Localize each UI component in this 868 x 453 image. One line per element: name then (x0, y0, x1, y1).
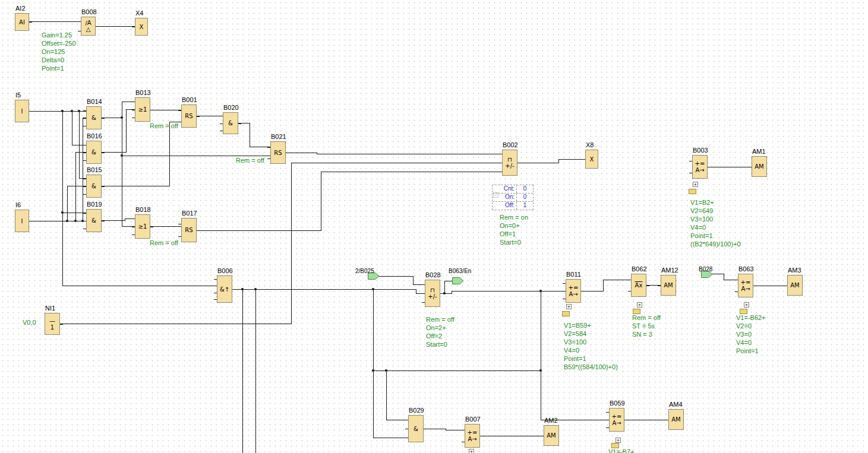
counter-row-value: 0 (516, 194, 533, 201)
plus-icon[interactable]: + (744, 302, 749, 308)
input-pin (422, 302, 425, 303)
analog-marker-AM2[interactable]: AM (544, 425, 559, 446)
junction-dot (241, 288, 244, 290)
wire[interactable] (102, 109, 135, 152)
junction-dot (254, 288, 257, 290)
block-label-B003: B003 (693, 147, 708, 154)
block-symbol: Ax (635, 282, 643, 289)
analog-filter-B062[interactable]: Ax (631, 274, 646, 297)
input-pin (606, 427, 609, 428)
wire[interactable] (102, 122, 181, 186)
wire[interactable] (83, 118, 86, 221)
param-line: V0,0 (23, 318, 36, 327)
wire[interactable] (286, 153, 502, 154)
open-connector-X8[interactable]: X (585, 150, 598, 169)
counter-row-label: On: (493, 194, 516, 201)
input-pin (214, 293, 217, 293)
plus-icon[interactable]: + (469, 449, 474, 453)
block-symbol: AM (790, 282, 799, 289)
math-instruction-B059[interactable]: +=A→ (609, 408, 624, 432)
input-pin (214, 286, 217, 286)
param-line: Point=1 (564, 354, 618, 363)
wire[interactable] (122, 118, 135, 226)
plus-icon[interactable]: + (693, 182, 698, 187)
block-symbol: △ (86, 26, 91, 33)
input-pin (784, 286, 787, 286)
analog-marker-AM1[interactable]: AM (752, 156, 767, 177)
block-label-B017: B017 (182, 210, 197, 217)
math-instruction-B003[interactable]: +=A→ (692, 155, 708, 179)
block-symbol: AM (671, 416, 680, 423)
or-gate-B013[interactable]: ≥1 (135, 97, 150, 122)
wire[interactable] (238, 123, 270, 147)
analog-amplifier-B008[interactable]: ∕A△ (81, 17, 96, 36)
counter-row-value: 1 (516, 202, 533, 210)
param-line: ST = 5s (632, 322, 661, 330)
params-b062: Rem = offST = 5sSN = 3 (632, 313, 661, 338)
up-down-counter-B028[interactable]: ⊓+/- (425, 280, 440, 307)
block-label-B011: B011 (566, 271, 581, 278)
param-line: On=125 (42, 47, 76, 56)
input-pin (214, 299, 217, 300)
rs-latch-B017[interactable]: RS (181, 218, 197, 242)
block-label-B029: B029 (409, 407, 424, 414)
digital-input-I6[interactable]: I (15, 210, 29, 232)
and-gate-B016[interactable]: & (86, 141, 102, 164)
param-line: Start=0 (426, 340, 454, 349)
plus-icon[interactable]: + (616, 438, 621, 443)
and-gate-B029[interactable]: & (408, 415, 424, 442)
and-gate-B014[interactable]: & (86, 106, 102, 129)
math-instruction-B011[interactable]: +=A→ (566, 279, 581, 303)
digital-input-I5[interactable]: I (15, 100, 29, 122)
wire[interactable] (232, 289, 425, 293)
counter-value-table: Cnt:0On:0Off:1 (492, 185, 534, 210)
math-instruction-B007[interactable]: +=A→ (465, 424, 480, 448)
network-input-NI1[interactable]: —1 (45, 313, 60, 335)
connector-flag[interactable] (452, 277, 464, 284)
wire[interactable] (62, 111, 217, 286)
input-pin (267, 147, 270, 148)
junction-dot (372, 369, 374, 372)
wire[interactable] (581, 280, 631, 291)
and-gate-B020[interactable]: & (223, 112, 238, 134)
input-pin (83, 179, 86, 179)
input-pin (689, 173, 692, 173)
rs-latch-B001[interactable]: RS (181, 104, 197, 128)
wire[interactable] (67, 186, 86, 221)
analog-marker-AM12[interactable]: AM (661, 275, 676, 296)
input-pin (214, 279, 217, 280)
input-pin (735, 292, 738, 292)
param-note-icon (562, 311, 570, 316)
open-connector-X4[interactable]: X (135, 18, 148, 36)
param-line: V1=B59+ (564, 321, 618, 330)
plus-icon[interactable]: + (637, 302, 642, 308)
wire[interactable] (517, 159, 585, 163)
diagram-canvas[interactable]: AIAI2∕A△B008XX4II5&B014≥1B013RSB001&B020… (0, 0, 868, 453)
wire[interactable] (378, 276, 425, 284)
param-line: V1=B2+ (690, 198, 741, 207)
wire[interactable] (373, 289, 408, 438)
connector-flag-label: 2/B025 (355, 268, 374, 274)
up-down-counter-B002[interactable]: ⊓+/- (502, 150, 517, 176)
rs-latch-B021[interactable]: RS (270, 141, 286, 164)
wire[interactable] (424, 429, 465, 430)
edge-and-gate-B006[interactable]: &↑ (217, 275, 232, 303)
input-pin (83, 186, 86, 187)
or-gate-B018[interactable]: ≥1 (135, 214, 150, 239)
analog-marker-AM4[interactable]: AM (668, 409, 684, 430)
analog-input-AI2[interactable]: AI (15, 13, 29, 31)
and-gate-B019[interactable]: & (86, 209, 102, 232)
plus-icon[interactable]: + (566, 304, 572, 309)
block-symbol: X (140, 24, 144, 30)
wire[interactable] (386, 370, 408, 420)
analog-marker-AM3[interactable]: AM (787, 275, 803, 296)
wire[interactable] (711, 274, 738, 280)
input-pin (178, 236, 181, 237)
block-symbol: AM (664, 282, 673, 289)
wire[interactable] (102, 218, 135, 220)
wire[interactable] (197, 172, 502, 230)
block-label-B062: B062 (632, 265, 647, 273)
wire[interactable] (440, 291, 566, 293)
and-gate-B015[interactable]: & (86, 175, 102, 198)
math-instruction-B063[interactable]: +=A→ (738, 274, 753, 297)
